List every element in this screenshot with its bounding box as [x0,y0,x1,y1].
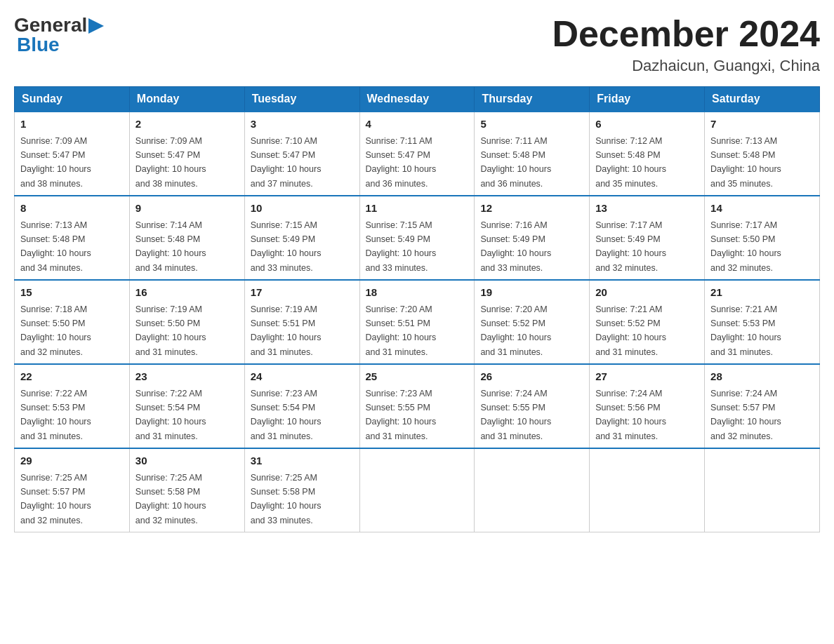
calendar-day-cell: 27 Sunrise: 7:24 AMSunset: 5:56 PMDaylig… [590,364,705,448]
calendar-header-thursday: Thursday [475,87,590,112]
calendar-day-cell: 18 Sunrise: 7:20 AMSunset: 5:51 PMDaylig… [359,280,475,364]
day-info: Sunrise: 7:18 AMSunset: 5:50 PMDaylight:… [20,304,91,357]
day-info: Sunrise: 7:25 AMSunset: 5:58 PMDaylight:… [251,473,322,525]
day-number: 20 [595,285,699,301]
calendar-week-row: 22 Sunrise: 7:22 AMSunset: 5:53 PMDaylig… [15,364,820,448]
logo-blue-text: Blue [17,34,60,56]
day-info: Sunrise: 7:13 AMSunset: 5:48 PMDaylight:… [20,220,91,273]
calendar-day-cell: 4 Sunrise: 7:11 AMSunset: 5:47 PMDayligh… [359,112,475,196]
day-number: 29 [20,453,124,469]
day-number: 25 [366,369,469,385]
calendar-day-cell: 20 Sunrise: 7:21 AMSunset: 5:52 PMDaylig… [590,280,705,364]
day-number: 21 [710,285,814,301]
day-info: Sunrise: 7:11 AMSunset: 5:48 PMDaylight:… [480,136,551,189]
calendar-day-cell: 21 Sunrise: 7:21 AMSunset: 5:53 PMDaylig… [705,280,820,364]
calendar-day-cell: 22 Sunrise: 7:22 AMSunset: 5:53 PMDaylig… [15,364,130,448]
calendar-day-cell: 10 Sunrise: 7:15 AMSunset: 5:49 PMDaylig… [244,196,359,280]
calendar-day-cell: 15 Sunrise: 7:18 AMSunset: 5:50 PMDaylig… [15,280,130,364]
day-number: 31 [251,453,354,469]
logo-arrow-icon [88,18,104,34]
day-number: 22 [20,369,124,385]
day-number: 23 [135,369,239,385]
day-info: Sunrise: 7:23 AMSunset: 5:55 PMDaylight:… [366,389,437,441]
day-number: 30 [135,453,239,469]
day-number: 27 [595,369,699,385]
day-number: 14 [710,201,814,217]
day-number: 7 [710,116,814,133]
calendar-day-cell: 8 Sunrise: 7:13 AMSunset: 5:48 PMDayligh… [15,196,130,280]
day-number: 8 [20,201,124,217]
day-number: 13 [595,201,699,217]
calendar-header-row: SundayMondayTuesdayWednesdayThursdayFrid… [15,87,820,112]
day-number: 10 [251,201,354,217]
calendar-day-cell: 5 Sunrise: 7:11 AMSunset: 5:48 PMDayligh… [475,112,590,196]
day-info: Sunrise: 7:23 AMSunset: 5:54 PMDaylight:… [251,389,322,441]
day-number: 4 [366,116,469,133]
calendar-day-cell: 24 Sunrise: 7:23 AMSunset: 5:54 PMDaylig… [244,364,359,448]
day-info: Sunrise: 7:09 AMSunset: 5:47 PMDaylight:… [20,136,91,189]
calendar-day-cell: 12 Sunrise: 7:16 AMSunset: 5:49 PMDaylig… [475,196,590,280]
day-info: Sunrise: 7:12 AMSunset: 5:48 PMDaylight:… [595,136,666,189]
day-info: Sunrise: 7:15 AMSunset: 5:49 PMDaylight:… [251,220,322,273]
day-number: 24 [251,369,354,385]
calendar-day-cell: 6 Sunrise: 7:12 AMSunset: 5:48 PMDayligh… [590,112,705,196]
day-number: 19 [480,285,583,301]
day-number: 15 [20,285,124,301]
day-number: 9 [135,201,239,217]
day-info: Sunrise: 7:20 AMSunset: 5:52 PMDaylight:… [480,304,551,357]
day-info: Sunrise: 7:20 AMSunset: 5:51 PMDaylight:… [366,304,437,357]
day-number: 3 [251,116,354,133]
calendar-day-cell: 19 Sunrise: 7:20 AMSunset: 5:52 PMDaylig… [475,280,590,364]
day-info: Sunrise: 7:21 AMSunset: 5:53 PMDaylight:… [710,304,781,357]
calendar-day-cell: 13 Sunrise: 7:17 AMSunset: 5:49 PMDaylig… [590,196,705,280]
calendar-header-saturday: Saturday [705,87,820,112]
title-block: December 2024 Dazhaicun, Guangxi, China [552,14,820,75]
page-subtitle: Dazhaicun, Guangxi, China [552,57,820,75]
day-info: Sunrise: 7:10 AMSunset: 5:47 PMDaylight:… [251,136,322,189]
day-number: 2 [135,116,239,133]
day-info: Sunrise: 7:22 AMSunset: 5:54 PMDaylight:… [135,389,206,441]
calendar-day-cell: 17 Sunrise: 7:19 AMSunset: 5:51 PMDaylig… [244,280,359,364]
day-info: Sunrise: 7:17 AMSunset: 5:50 PMDaylight:… [710,220,781,273]
calendar-day-cell: 11 Sunrise: 7:15 AMSunset: 5:49 PMDaylig… [359,196,475,280]
day-info: Sunrise: 7:11 AMSunset: 5:47 PMDaylight:… [366,136,437,189]
day-info: Sunrise: 7:25 AMSunset: 5:57 PMDaylight:… [20,473,91,525]
calendar-day-cell: 26 Sunrise: 7:24 AMSunset: 5:55 PMDaylig… [475,364,590,448]
calendar-day-cell: 23 Sunrise: 7:22 AMSunset: 5:54 PMDaylig… [129,364,244,448]
day-number: 18 [366,285,469,301]
calendar-day-cell: 31 Sunrise: 7:25 AMSunset: 5:58 PMDaylig… [244,448,359,532]
calendar-day-cell: 29 Sunrise: 7:25 AMSunset: 5:57 PMDaylig… [15,448,130,532]
day-number: 6 [595,116,699,133]
day-number: 16 [135,285,239,301]
calendar-day-cell [475,448,590,532]
day-info: Sunrise: 7:17 AMSunset: 5:49 PMDaylight:… [595,220,666,273]
calendar-day-cell: 3 Sunrise: 7:10 AMSunset: 5:47 PMDayligh… [244,112,359,196]
day-info: Sunrise: 7:24 AMSunset: 5:56 PMDaylight:… [595,389,666,441]
calendar-day-cell: 2 Sunrise: 7:09 AMSunset: 5:47 PMDayligh… [129,112,244,196]
day-info: Sunrise: 7:24 AMSunset: 5:55 PMDaylight:… [480,389,551,441]
day-number: 17 [251,285,354,301]
calendar-header-tuesday: Tuesday [244,87,359,112]
calendar-table: SundayMondayTuesdayWednesdayThursdayFrid… [14,86,820,532]
calendar-day-cell [359,448,475,532]
calendar-day-cell [590,448,705,532]
page-title: December 2024 [552,14,820,54]
day-info: Sunrise: 7:15 AMSunset: 5:49 PMDaylight:… [366,220,437,273]
day-number: 11 [366,201,469,217]
day-info: Sunrise: 7:24 AMSunset: 5:57 PMDaylight:… [710,389,781,441]
calendar-day-cell: 16 Sunrise: 7:19 AMSunset: 5:50 PMDaylig… [129,280,244,364]
day-info: Sunrise: 7:21 AMSunset: 5:52 PMDaylight:… [595,304,666,357]
calendar-header-sunday: Sunday [15,87,130,112]
calendar-week-row: 29 Sunrise: 7:25 AMSunset: 5:57 PMDaylig… [15,448,820,532]
svg-marker-0 [88,18,104,34]
day-number: 12 [480,201,583,217]
calendar-header-monday: Monday [129,87,244,112]
day-number: 26 [480,369,583,385]
calendar-day-cell [705,448,820,532]
calendar-header-friday: Friday [590,87,705,112]
day-number: 28 [710,369,814,385]
day-info: Sunrise: 7:19 AMSunset: 5:50 PMDaylight:… [135,304,206,357]
day-info: Sunrise: 7:25 AMSunset: 5:58 PMDaylight:… [135,473,206,525]
calendar-day-cell: 9 Sunrise: 7:14 AMSunset: 5:48 PMDayligh… [129,196,244,280]
day-info: Sunrise: 7:19 AMSunset: 5:51 PMDaylight:… [251,304,322,357]
